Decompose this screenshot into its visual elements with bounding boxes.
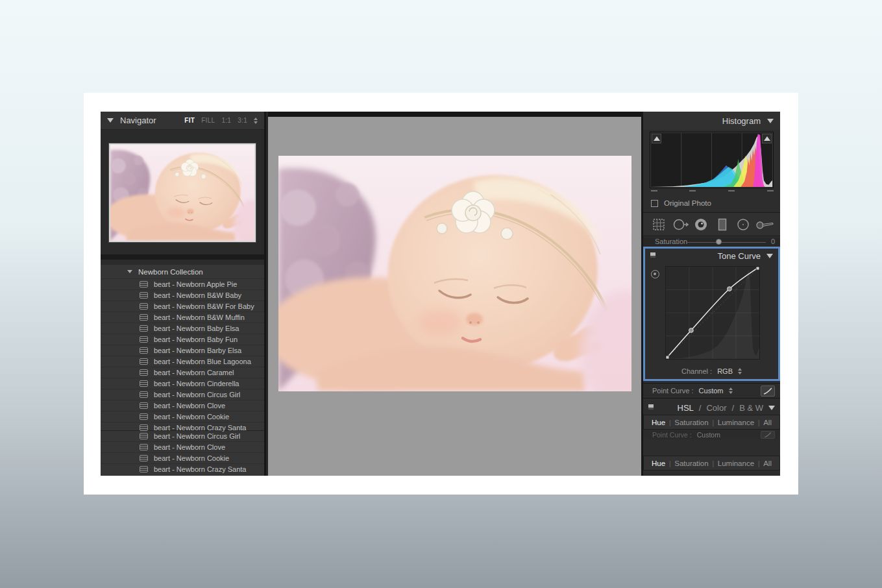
screenshot-frame: Navigator FIT FILL 1:1 3:1 Newborn Colle…: [84, 93, 798, 495]
point-curve-stepper-icon[interactable]: [729, 387, 733, 394]
shadow-clipping-icon[interactable]: [652, 134, 661, 143]
hsl-panel-header[interactable]: HSL / Color / B & W: [643, 400, 780, 415]
adjustment-brush-icon[interactable]: [755, 216, 774, 233]
zoom-mode-1-1[interactable]: 1:1: [221, 117, 231, 124]
collection-item[interactable]: beart - Newborn Caramel: [101, 367, 264, 378]
lightroom-window: Navigator FIT FILL 1:1 3:1 Newborn Colle…: [101, 112, 780, 476]
collection-item[interactable]: beart - Newborn Baby Elsa: [101, 323, 264, 334]
collection-icon: [140, 402, 148, 409]
tab-luminance[interactable]: Luminance: [718, 459, 754, 467]
saturation-slider-row-clipped: Saturation 0: [643, 238, 780, 247]
zoom-mode-3-1[interactable]: 3:1: [238, 117, 247, 124]
crop-overlay-icon[interactable]: [649, 216, 668, 233]
point-curve-label-ghost: Point Curve :: [652, 431, 692, 439]
main-photo[interactable]: [278, 156, 631, 391]
collection-item[interactable]: beart - Newborn Barby Elsa: [101, 345, 264, 356]
collection-icon: [140, 281, 148, 288]
collection-item[interactable]: beart - Newborn Clove: [101, 441, 264, 452]
collection-icon: [140, 347, 148, 354]
saturation-slider-handle[interactable]: [716, 239, 722, 245]
navigator-preview-image[interactable]: [109, 143, 256, 242]
collapse-triangle-icon[interactable]: [107, 118, 114, 123]
panel-switch-icon[interactable]: [650, 252, 655, 258]
hsl-segment[interactable]: HSL: [678, 403, 694, 413]
channel-stepper-icon[interactable]: [738, 368, 742, 374]
tone-curve-graph[interactable]: [665, 266, 760, 360]
collection-item-label: beart - Newborn Apple Pie: [154, 280, 237, 288]
collection-item[interactable]: beart - Newborn Blue Lagoona: [101, 356, 264, 367]
zoom-mode-group: FIT FILL 1:1 3:1: [184, 117, 258, 124]
collection-item[interactable]: beart - Newborn Cookie: [101, 411, 264, 422]
highlight-clipping-icon[interactable]: [762, 134, 772, 143]
color-segment[interactable]: Color: [706, 403, 726, 413]
curve-preset-button[interactable]: [761, 386, 775, 397]
tab-saturation[interactable]: Saturation: [674, 459, 708, 467]
collection-item-label: beart - Newborn Baby Fun: [154, 336, 238, 343]
collection-item-label: beart - Newborn Clove: [154, 443, 225, 451]
hsl-tab-bar-duplicate: Hue | Saturation | Luminance | All: [643, 456, 780, 471]
collection-icon: [140, 413, 148, 420]
red-eye-icon[interactable]: [691, 216, 711, 233]
collection-icon: [140, 380, 148, 387]
zoom-mode-fit[interactable]: FIT: [184, 117, 195, 124]
collection-item[interactable]: beart - Newborn Circus Girl: [101, 389, 264, 400]
panel-switch-icon[interactable]: [648, 404, 654, 410]
collapse-triangle-icon[interactable]: [768, 406, 775, 410]
point-curve-value[interactable]: Custom: [699, 387, 724, 395]
collection-item-label: beart - Newborn Cookie: [154, 454, 229, 462]
collection-icon: [140, 325, 148, 332]
spot-removal-icon[interactable]: [670, 216, 690, 233]
collection-item[interactable]: beart - Newborn Clove: [101, 400, 264, 411]
saturation-slider-track[interactable]: [686, 242, 766, 243]
channel-value[interactable]: RGB: [717, 367, 733, 375]
collapse-triangle-icon[interactable]: [767, 119, 774, 123]
navigator-body: [101, 130, 264, 260]
navigator-title: Navigator: [120, 116, 156, 125]
graduated-filter-icon[interactable]: [713, 216, 732, 233]
collection-item[interactable]: beart - Newborn B&W Muffin: [101, 312, 264, 323]
collection-item[interactable]: beart - Newborn Cookie: [101, 452, 264, 463]
tab-separator: |: [669, 459, 671, 467]
tab-hue[interactable]: Hue: [652, 459, 665, 467]
collection-icon: [140, 358, 148, 365]
bw-segment[interactable]: B & W: [739, 403, 763, 413]
tab-saturation[interactable]: Saturation: [674, 419, 708, 426]
collection-item-label: beart - Newborn Baby Elsa: [154, 325, 239, 332]
baby-photo: [278, 156, 631, 391]
zoom-stepper-icon[interactable]: [254, 117, 258, 124]
collection-group-header[interactable]: Newborn Collection: [101, 265, 264, 278]
collection-item-label: beart - Newborn Circus Girl: [154, 391, 240, 398]
zoom-mode-fill[interactable]: FILL: [201, 117, 215, 124]
collapse-triangle-icon[interactable]: [766, 254, 773, 258]
tab-all[interactable]: All: [763, 419, 772, 426]
tab-separator: |: [758, 459, 760, 467]
radial-filter-icon[interactable]: [733, 216, 753, 233]
channel-label: Channel :: [681, 367, 712, 375]
collection-item[interactable]: beart - Newborn Crazy Santa: [101, 463, 264, 474]
curve-preset-button-ghost: [761, 431, 775, 439]
collection-item[interactable]: beart - Newborn Apple Pie: [101, 278, 264, 289]
collection-group-label: Newborn Collection: [138, 268, 203, 276]
collection-item-label: beart - Newborn Crazy Santa: [154, 465, 246, 473]
tone-curve-header[interactable]: Tone Curve: [645, 249, 778, 263]
tab-all[interactable]: All: [763, 459, 772, 467]
collection-item[interactable]: beart - Newborn B&W For Baby: [101, 300, 264, 312]
collection-item[interactable]: beart - Newborn B&W Baby: [101, 289, 264, 300]
collection-item[interactable]: beart - Newborn Circus Girl: [101, 430, 264, 441]
collection-icon: [140, 466, 148, 472]
histogram-header[interactable]: Histogram: [643, 112, 780, 130]
collection-item-label: beart - Newborn Crazy Santa: [154, 424, 246, 432]
collection-icon: [140, 303, 148, 310]
saturation-value: 0: [771, 238, 775, 245]
collection-item[interactable]: beart - Newborn Cinderella: [101, 378, 264, 389]
collection-item-label: beart - Newborn Caramel: [154, 369, 234, 376]
targeted-adjustment-icon[interactable]: [651, 270, 659, 278]
histogram-chart[interactable]: [650, 132, 774, 188]
collection-item[interactable]: beart - Newborn Baby Fun: [101, 334, 264, 345]
collection-icon: [140, 455, 148, 461]
tab-hue[interactable]: Hue: [652, 419, 665, 426]
left-panel: Navigator FIT FILL 1:1 3:1 Newborn Colle…: [101, 112, 266, 476]
tab-luminance[interactable]: Luminance: [718, 419, 754, 426]
original-photo-checkbox[interactable]: [651, 200, 658, 207]
collapse-triangle-icon[interactable]: [127, 270, 132, 273]
